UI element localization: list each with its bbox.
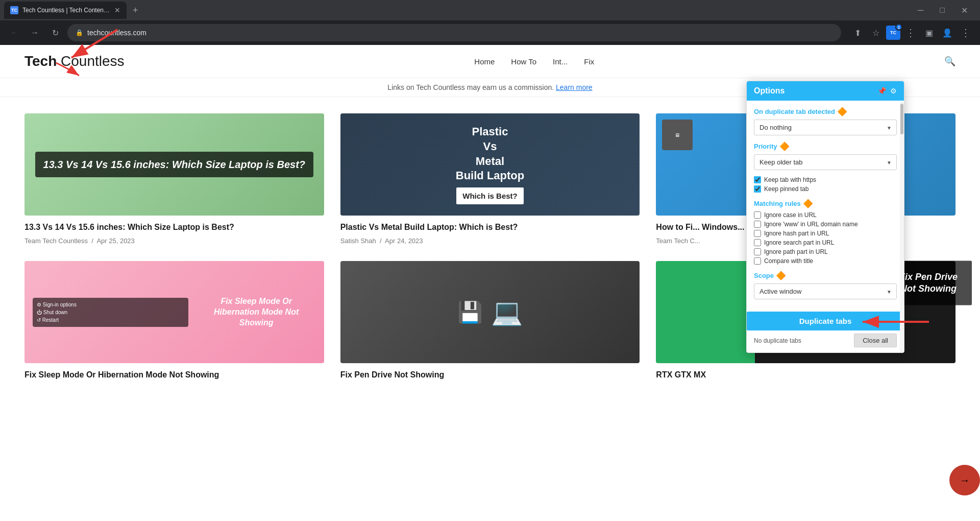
- matching-rules-section: Matching rules 🔶 Ignore case in URL Igno…: [754, 199, 897, 265]
- keep-pinned-label: Keep pinned tab: [764, 185, 808, 193]
- card-6-title: RTX GTX MX: [656, 369, 955, 381]
- rule-ignore-case-label[interactable]: Ignore case in URL: [754, 211, 897, 219]
- keep-https-checkbox-label[interactable]: Keep tab with https: [754, 176, 897, 183]
- scope-label: Scope 🔶: [754, 271, 897, 280]
- active-tab[interactable]: TC Tech Countless | Tech Content Th... ✕: [4, 2, 127, 19]
- search-nav-icon[interactable]: 🔍: [944, 56, 955, 67]
- card-4-title: Fix Sleep Mode Or Hibernation Mode Not S…: [24, 369, 324, 381]
- matching-rules-dot: 🔶: [803, 199, 813, 208]
- panel-body: On duplicate tab detected 🔶 Do nothing C…: [747, 101, 904, 312]
- card-1-image: 13.3 Vs 14 Vs 15.6 inches: Which Size La…: [24, 113, 324, 216]
- card-1-img-text: 13.3 Vs 14 Vs 15.6 inches: Which Size La…: [35, 152, 314, 177]
- nav-links: Home How To Int... Fix: [474, 57, 594, 66]
- panel-footer: No duplicate tabs Close all: [747, 330, 904, 352]
- rule-ignore-path[interactable]: [754, 248, 761, 255]
- panel-title: Options: [754, 86, 785, 96]
- panel-scrollbar[interactable]: [900, 102, 904, 352]
- learn-more-link[interactable]: Learn more: [556, 83, 593, 91]
- new-tab-button[interactable]: +: [129, 3, 142, 18]
- back-button[interactable]: ←: [6, 25, 22, 41]
- priority-checkboxes: Keep tab with https Keep pinned tab: [754, 176, 897, 193]
- card-2[interactable]: PlasticVsMetalBuild Laptop Which is Best…: [340, 113, 640, 245]
- on-duplicate-label: On duplicate tab detected 🔶: [754, 107, 897, 116]
- forward-button[interactable]: →: [27, 25, 43, 41]
- panel-scrollbar-thumb: [900, 104, 903, 134]
- nav-int[interactable]: Int...: [553, 57, 568, 66]
- on-duplicate-dot: 🔶: [837, 107, 847, 116]
- tab-bar: TC Tech Countless | Tech Content Th... ✕…: [0, 0, 980, 20]
- rule-ignore-search[interactable]: [754, 239, 761, 246]
- nav-fix[interactable]: Fix: [584, 57, 594, 66]
- rule-ignore-hash-label[interactable]: Ignore hash part in URL: [754, 230, 897, 237]
- scope-dropdown-row: Active window All windows ▼: [754, 283, 897, 299]
- card-4[interactable]: ⚙ Sign-in options ⏻ Shut down ↺ Restart …: [24, 261, 324, 381]
- gear-icon[interactable]: ⚙: [890, 87, 897, 95]
- keep-https-label: Keep tab with https: [764, 176, 816, 183]
- matching-rules-title: Matching rules 🔶: [754, 199, 897, 208]
- refresh-button[interactable]: ↻: [47, 25, 63, 41]
- maximize-button[interactable]: □: [932, 0, 953, 20]
- keep-pinned-checkbox[interactable]: [754, 185, 761, 193]
- tab-title: Tech Countless | Tech Content Th...: [22, 7, 110, 14]
- panel-header: Options 📌 ⚙: [747, 81, 904, 101]
- profile-button[interactable]: 👤: [939, 25, 955, 41]
- rule-ignore-www-text: Ignore 'www' in URL domain name: [764, 221, 858, 228]
- options-panel: Options 📌 ⚙ On duplicate tab detected 🔶 …: [746, 81, 904, 353]
- card-5[interactable]: 💾 💻 Fix Pen DriveNot Showing Fix Pen Dri…: [340, 261, 640, 381]
- minimize-button[interactable]: ─: [910, 0, 932, 20]
- bookmark-icon[interactable]: ☆: [868, 25, 884, 41]
- scope-select[interactable]: Active window All windows: [754, 283, 897, 299]
- window-controls: ─ □ ✕: [910, 0, 976, 20]
- share-icon[interactable]: ⬆: [849, 25, 866, 41]
- rule-compare-title[interactable]: [754, 257, 761, 265]
- duplicate-tabs-button[interactable]: Duplicate tabs: [747, 312, 904, 330]
- keep-https-checkbox[interactable]: [754, 176, 761, 183]
- lock-icon: 🔒: [76, 29, 83, 36]
- url-bar[interactable]: 🔒 techcountless.com: [67, 24, 841, 41]
- nav-home[interactable]: Home: [474, 57, 495, 66]
- tab-close-button[interactable]: ✕: [114, 6, 120, 14]
- rule-ignore-hash[interactable]: [754, 230, 761, 237]
- rule-compare-title-label[interactable]: Compare with title: [754, 257, 897, 265]
- rule-ignore-case[interactable]: [754, 211, 761, 219]
- extension-icon[interactable]: TC 1: [886, 26, 900, 40]
- on-duplicate-dropdown-row: Do nothing Close duplicate Show alert ▼: [754, 120, 897, 135]
- toolbar-icons: ⬆ ☆ TC 1 ⋮ ▣ 👤 ⋮: [849, 25, 974, 41]
- rule-ignore-hash-text: Ignore hash part in URL: [764, 230, 829, 237]
- matching-rules-checkboxes: Ignore case in URL Ignore 'www' in URL d…: [754, 211, 897, 265]
- affiliate-text: Links on Tech Countless may earn us a co…: [387, 83, 554, 91]
- nav-howto[interactable]: How To: [511, 57, 536, 66]
- rule-ignore-path-label[interactable]: Ignore path part in URL: [754, 248, 897, 255]
- priority-dropdown-row: Keep older tab Keep newer tab Ask me ▼: [754, 154, 897, 170]
- url-text: techcountless.com: [87, 29, 146, 37]
- card-2-title: Plastic Vs Metal Build Laptop: Which is …: [340, 222, 640, 233]
- rule-ignore-search-label[interactable]: Ignore search part in URL: [754, 239, 897, 246]
- rule-ignore-www-label[interactable]: Ignore 'www' in URL domain name: [754, 221, 897, 228]
- menu-button[interactable]: ⋮: [958, 25, 974, 41]
- on-duplicate-select[interactable]: Do nothing Close duplicate Show alert: [754, 120, 897, 135]
- card-1-meta: Team Tech Countless / Apr 25, 2023: [24, 237, 324, 245]
- priority-select[interactable]: Keep older tab Keep newer tab Ask me: [754, 154, 897, 170]
- rule-ignore-case-text: Ignore case in URL: [764, 211, 817, 219]
- rule-ignore-search-text: Ignore search part in URL: [764, 239, 834, 246]
- scope-dot: 🔶: [776, 271, 786, 280]
- card-2-meta: Satish Shah / Apr 24, 2023: [340, 237, 640, 245]
- extensions-button[interactable]: ⋮: [902, 25, 919, 41]
- close-all-button[interactable]: Close all: [854, 334, 897, 347]
- card-1[interactable]: 13.3 Vs 14 Vs 15.6 inches: Which Size La…: [24, 113, 324, 245]
- panel-header-icons: 📌 ⚙: [877, 87, 897, 95]
- keep-pinned-checkbox-label[interactable]: Keep pinned tab: [754, 185, 897, 193]
- site-navigation: Tech Countless Home How To Int... Fix 🔍: [0, 45, 980, 78]
- scope-section: Scope 🔶 Active window All windows ▼: [754, 271, 897, 299]
- website-content: Tech Countless Home How To Int... Fix 🔍 …: [0, 45, 980, 521]
- rule-ignore-www[interactable]: [754, 221, 761, 228]
- card-1-title: 13.3 Vs 14 Vs 15.6 inches: Which Size La…: [24, 222, 324, 233]
- ext-badge: 1: [895, 23, 902, 31]
- card-5-title: Fix Pen Drive Not Showing: [340, 369, 640, 381]
- sidebar-button[interactable]: ▣: [921, 25, 937, 41]
- card-2-image: PlasticVsMetalBuild Laptop Which is Best…: [340, 113, 640, 216]
- pin-icon[interactable]: 📌: [877, 87, 886, 95]
- close-button[interactable]: ✕: [953, 0, 976, 20]
- card-5-image: 💾 💻 Fix Pen DriveNot Showing: [340, 261, 640, 363]
- no-duplicates-text: No duplicate tabs: [754, 337, 801, 344]
